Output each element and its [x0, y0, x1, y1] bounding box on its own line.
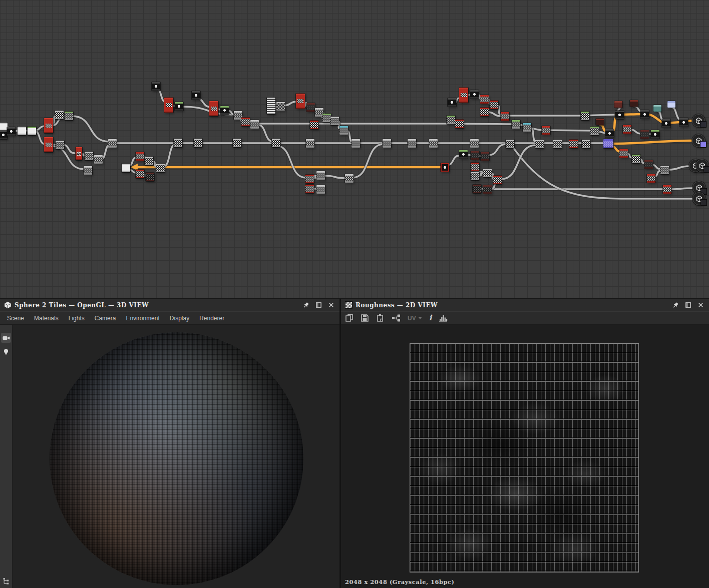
menu-display[interactable]: Display	[165, 315, 194, 322]
graph-node-texg[interactable]	[590, 127, 599, 135]
graph-node-tex[interactable]	[194, 139, 202, 147]
menu-camera[interactable]: Camera	[90, 315, 121, 322]
menu-renderer[interactable]: Renderer	[194, 315, 229, 322]
graph-node-stripes[interactable]	[267, 106, 275, 114]
graph-node-texr[interactable]	[305, 185, 314, 193]
graph-node-tex[interactable]	[145, 157, 153, 165]
graph-node-stack[interactable]	[459, 88, 468, 103]
menu-materials[interactable]: Materials	[29, 315, 64, 322]
graph-node-tex[interactable]	[345, 174, 353, 183]
graph-node-texd[interactable]	[471, 151, 479, 160]
graph-node-darkr[interactable]	[441, 163, 449, 172]
graph-node-tex[interactable]	[383, 139, 391, 148]
graph-node-tex[interactable]	[582, 140, 590, 148]
graph-node-texr[interactable]	[305, 175, 314, 183]
graph-node-white[interactable]	[18, 127, 26, 135]
graph-node-tex[interactable]	[471, 172, 479, 180]
light-bulb-icon[interactable]	[1, 347, 11, 357]
graph-node-chip_teal[interactable]	[653, 105, 661, 112]
graph-node-stack[interactable]	[44, 118, 53, 133]
graph-node-dark[interactable]	[7, 127, 16, 136]
graph-node-chip_dkred[interactable]	[630, 100, 638, 107]
graph-node-tex[interactable]	[535, 140, 544, 148]
scene-tree-icon[interactable]	[1, 576, 11, 586]
graph-node-grid[interactable]	[276, 102, 285, 111]
close-icon[interactable]	[697, 302, 704, 308]
graph-node-stack[interactable]	[164, 98, 173, 113]
graph-node-texd[interactable]	[644, 160, 653, 169]
camera-icon[interactable]	[1, 333, 11, 343]
graph-node-dark[interactable]	[605, 129, 614, 138]
graph-node-texg[interactable]	[447, 116, 455, 124]
graph-node-texg[interactable]	[322, 114, 331, 122]
output-node[interactable]	[692, 192, 705, 205]
graph-node-texr[interactable]	[663, 185, 671, 194]
graph-node-texd[interactable]	[473, 185, 481, 193]
uv-toggle[interactable]: UV	[408, 315, 422, 322]
graph-node-stack[interactable]	[209, 101, 218, 116]
graph-node-tex[interactable]	[156, 164, 165, 172]
graph-node-texr[interactable]	[542, 126, 550, 135]
graph-node-texr[interactable]	[647, 174, 655, 183]
graph-node-whiteg[interactable]	[28, 127, 36, 135]
graph-node-tex[interactable]	[330, 117, 339, 125]
graph-node-tex[interactable]	[56, 141, 64, 149]
graph-node-tex[interactable]	[483, 169, 492, 177]
material-preview-sphere[interactable]	[50, 332, 303, 585]
graph-node-dark[interactable]	[470, 90, 479, 99]
node-graph-canvas[interactable]	[0, 0, 709, 299]
graph-node-texb[interactable]	[339, 126, 348, 135]
graph-node-stack[interactable]	[44, 137, 53, 152]
graph-node-texr[interactable]	[136, 152, 144, 161]
graph-node-dark[interactable]	[615, 111, 624, 119]
graph-node-white[interactable]	[122, 164, 130, 172]
graph-node-texr[interactable]	[493, 176, 502, 184]
titlebar-3d[interactable]: Sphere 2 Tiles — OpenGL — 3D VIEW	[0, 299, 339, 311]
graph-node-texr[interactable]	[569, 140, 578, 148]
graph-node-tex[interactable]	[316, 185, 325, 194]
output-node[interactable]	[692, 134, 705, 147]
info-icon[interactable]: i	[429, 314, 432, 322]
graph-node-stack[interactable]	[296, 94, 305, 109]
graph-node-tex[interactable]	[174, 139, 182, 147]
viewport-3d[interactable]	[0, 325, 339, 588]
graph-node-dark[interactable]	[448, 98, 456, 107]
graph-node-white[interactable]	[0, 123, 8, 131]
graph-node-tex[interactable]	[351, 139, 360, 148]
graph-node-tex[interactable]	[429, 139, 438, 148]
pin-icon[interactable]	[672, 302, 679, 309]
graph-node-tex[interactable]	[55, 111, 64, 119]
paste-icon[interactable]	[376, 314, 385, 322]
graph-node-tex[interactable]	[660, 166, 669, 174]
graph-node-tex[interactable]	[306, 139, 314, 148]
graph-node-texr[interactable]	[623, 125, 631, 134]
graph-node-texr[interactable]	[136, 170, 144, 178]
graph-node-dark[interactable]	[640, 110, 649, 119]
graph-node-tex[interactable]	[84, 166, 92, 175]
graph-node-tex[interactable]	[233, 139, 241, 147]
output-node[interactable]	[695, 159, 708, 172]
graph-link-icon[interactable]	[392, 314, 401, 322]
graph-node-texr[interactable]	[310, 121, 318, 129]
graph-node-texr[interactable]	[619, 149, 628, 158]
graph-node-darkg[interactable]	[175, 102, 183, 111]
graph-node-dark[interactable]	[679, 118, 688, 127]
viewport-2d[interactable]: 2048 x 2048 (Grayscale, 16bpc)	[341, 325, 709, 588]
graph-node-darkg[interactable]	[459, 150, 468, 159]
graph-node-texr[interactable]	[501, 112, 509, 121]
graph-node-chip_purple[interactable]	[603, 139, 613, 148]
pin-icon[interactable]	[302, 302, 309, 309]
graph-node-tex[interactable]	[470, 139, 479, 148]
menu-environment[interactable]: Environment	[121, 315, 164, 322]
graph-node-texd[interactable]	[481, 152, 489, 161]
histogram-icon[interactable]	[439, 314, 448, 322]
menu-scene[interactable]: Scene	[2, 315, 29, 322]
graph-node-dark[interactable]	[662, 119, 670, 128]
graph-node-stack2[interactable]	[76, 147, 82, 160]
graph-node-texr[interactable]	[480, 95, 489, 104]
graph-node-dark[interactable]	[0, 131, 8, 139]
graph-node-texr[interactable]	[490, 101, 498, 109]
maximize-icon[interactable]	[685, 302, 691, 308]
graph-node-texd[interactable]	[146, 173, 154, 181]
graph-node-tex[interactable]	[408, 139, 416, 148]
